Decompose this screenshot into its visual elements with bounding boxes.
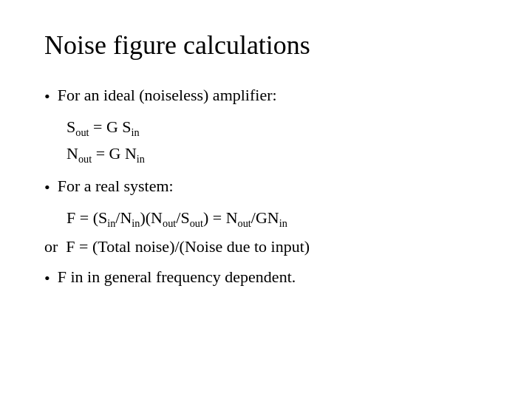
indent-block-2: F = (Sin/Nin)(Nout/Sout) = Nout/GNin <box>66 205 488 232</box>
slide: Noise figure calculations • For an ideal… <box>0 0 532 399</box>
bullet-text-1: For an ideal (noiseless) amplifier: <box>58 83 488 107</box>
bullet-point-2: • <box>44 175 50 200</box>
or-text: or F = (Total noise)/(Noise due to input… <box>44 237 310 256</box>
bullet-point-1: • <box>44 84 50 109</box>
f-formula: F = (Sin/Nin)(Nout/Sout) = Nout/GNin <box>66 205 488 232</box>
or-line: or F = (Total noise)/(Noise due to input… <box>44 234 488 259</box>
indent-block-1: Sout = G Sin Nout = G Nin <box>66 115 488 168</box>
n-out-equation: Nout = G Nin <box>66 141 488 168</box>
bullet-item-3: • F in in general frequency dependent. <box>44 265 488 290</box>
bullet-item-2: • For a real system: <box>44 174 488 200</box>
bullet-text-2: For a real system: <box>58 174 488 198</box>
bullet-item-1: • For an ideal (noiseless) amplifier: <box>44 83 488 109</box>
bullet-text-3: F in in general frequency dependent. <box>58 265 488 289</box>
bullet-point-3: • <box>44 266 50 290</box>
slide-content: • For an ideal (noiseless) amplifier: So… <box>44 83 488 296</box>
s-out-equation: Sout = G Sin <box>66 115 488 141</box>
slide-title: Noise figure calculations <box>44 30 488 61</box>
